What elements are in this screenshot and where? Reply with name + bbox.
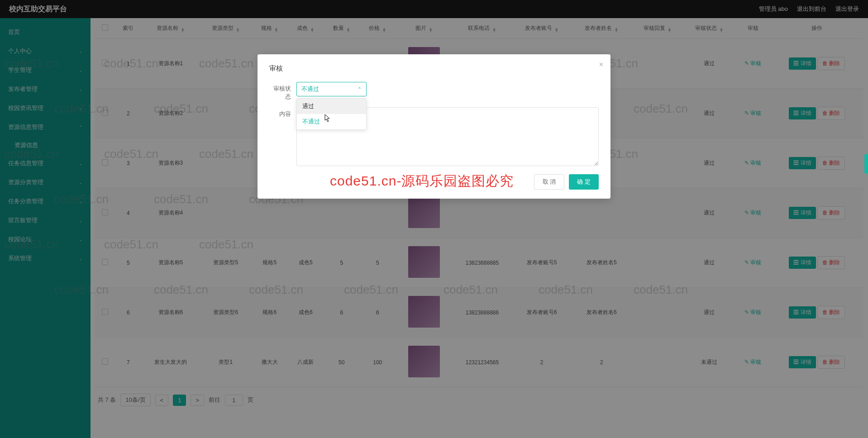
status-select[interactable]: 不通过 ⌃	[296, 82, 367, 96]
status-dropdown: 通过 不通过	[296, 98, 367, 130]
scroll-indicator[interactable]	[864, 154, 868, 174]
select-value: 不通过	[301, 85, 319, 93]
status-label: 审核状态	[269, 82, 296, 101]
modal-mask: × 审核 审核状态 不通过 ⌃ 通过 不通过 内容 code51.cn-源码乐园…	[0, 0, 868, 438]
option-fail[interactable]: 不通过	[297, 114, 366, 129]
cancel-button[interactable]: 取 消	[534, 174, 565, 190]
audit-modal: × 审核 审核状态 不通过 ⌃ 通过 不通过 内容 code51.cn-源码乐园…	[258, 54, 610, 199]
close-icon[interactable]: ×	[599, 61, 603, 69]
ok-button[interactable]: 确 定	[569, 174, 599, 190]
chevron-up-icon: ⌃	[358, 86, 362, 92]
content-label: 内容	[269, 107, 296, 118]
option-pass[interactable]: 通过	[297, 99, 366, 114]
modal-title: 审核	[269, 64, 599, 73]
